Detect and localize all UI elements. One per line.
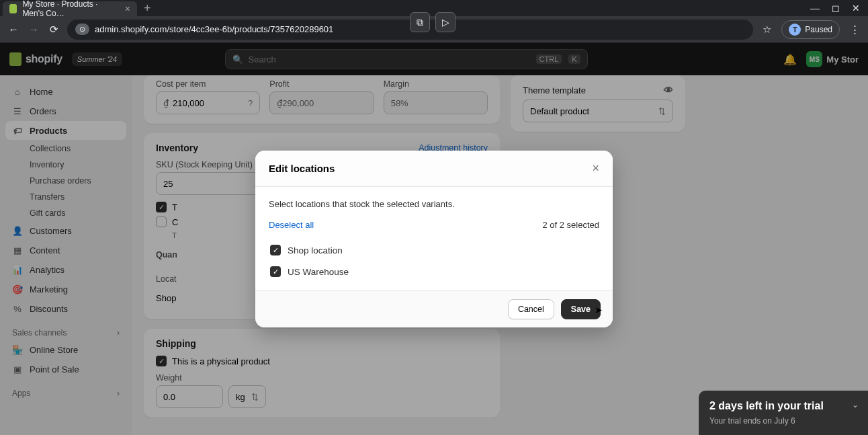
reload-icon[interactable]: ⟳	[47, 24, 60, 36]
browser-menu-icon[interactable]: ⋮	[848, 24, 861, 36]
location-checkbox[interactable]: ✓	[270, 245, 281, 255]
trial-banner[interactable]: 2 days left in your trial Your trial end…	[699, 391, 868, 435]
paused-label: Paused	[805, 25, 832, 34]
trial-subtext: Your trial ends on July 6	[709, 416, 795, 426]
close-icon[interactable]: ×	[592, 161, 599, 175]
screen-tools: ⧉ ▷	[410, 12, 455, 32]
bookmark-icon[interactable]: ☆	[760, 24, 773, 36]
tab-close-icon[interactable]: ×	[125, 3, 130, 14]
tab-title: My Store · Products · Men's Co…	[22, 0, 119, 18]
new-tab-button[interactable]: +	[137, 1, 158, 15]
window-maximize-icon[interactable]: ◻	[832, 3, 840, 13]
cast-icon[interactable]: ▷	[435, 12, 455, 32]
location-name: US Warehouse	[288, 267, 349, 277]
app-root: shopify Summer '24 🔍 Search CTRL K 🔔 MS …	[0, 43, 868, 435]
location-name: Shop location	[288, 245, 343, 255]
location-row[interactable]: ✓ US Warehouse	[269, 261, 599, 282]
edit-locations-modal: Edit locations × Select locations that s…	[255, 151, 613, 327]
site-info-icon[interactable]: ⊙	[75, 24, 89, 35]
modal-description: Select locations that stock the selected…	[269, 199, 599, 209]
deselect-all-link[interactable]: Deselect all	[269, 220, 314, 230]
window-controls: — ◻ ✕	[810, 3, 865, 13]
cancel-button[interactable]: Cancel	[508, 299, 554, 319]
tab-favicon	[9, 4, 17, 13]
modal-overlay[interactable]: Edit locations × Select locations that s…	[0, 43, 868, 435]
location-checkbox[interactable]: ✓	[270, 266, 281, 277]
back-icon[interactable]: ←	[7, 24, 20, 35]
pip-icon[interactable]: ⧉	[410, 12, 430, 32]
modal-title: Edit locations	[269, 163, 335, 174]
url-text: admin.shopify.com/store/4cc3ee-6b/produc…	[95, 24, 333, 34]
profile-paused-badge[interactable]: T Paused	[781, 20, 840, 39]
profile-avatar-icon: T	[789, 24, 801, 36]
forward-icon[interactable]: →	[27, 24, 40, 35]
browser-tab[interactable]: My Store · Products · Men's Co… ×	[3, 1, 137, 16]
window-minimize-icon[interactable]: —	[810, 3, 820, 13]
selection-count: 2 of 2 selected	[542, 220, 599, 230]
location-row[interactable]: ✓ Shop location	[269, 239, 599, 261]
save-button[interactable]: Save	[561, 299, 601, 319]
window-close-icon[interactable]: ✕	[852, 3, 860, 13]
chevron-down-icon[interactable]: ⌄	[852, 400, 859, 409]
trial-headline: 2 days left in your trial	[709, 400, 857, 412]
